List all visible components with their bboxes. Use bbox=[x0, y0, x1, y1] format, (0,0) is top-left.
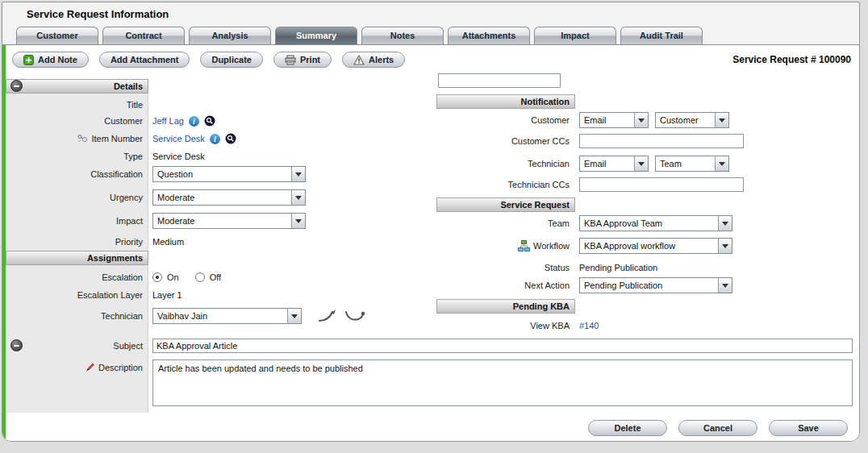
workflow-label-cell: Workflow bbox=[435, 240, 575, 251]
duplicate-button[interactable]: Duplicate bbox=[200, 52, 263, 68]
details-section-header: Details bbox=[6, 79, 148, 94]
view-kba-link[interactable]: #140 bbox=[579, 321, 599, 330]
alerts-button[interactable]: Alerts bbox=[342, 52, 405, 68]
save-button[interactable]: Save bbox=[769, 420, 848, 436]
escalate-icon[interactable] bbox=[318, 309, 339, 323]
print-button[interactable]: Print bbox=[273, 52, 332, 68]
assignments-section-header: Assignments bbox=[6, 251, 148, 265]
pending-kba-section-header: Pending KBA bbox=[436, 299, 575, 314]
cancel-button[interactable]: Cancel bbox=[678, 420, 757, 436]
action-button-bar: Delete Cancel Save bbox=[2, 414, 859, 440]
classification-row: Classification Question bbox=[6, 166, 306, 182]
escalation-off-radio[interactable] bbox=[195, 272, 205, 282]
item-number-link[interactable]: Service Desk bbox=[152, 134, 205, 143]
customer-recipient-dropdown-arrow-icon bbox=[715, 113, 728, 127]
customer-info-icon[interactable]: i bbox=[189, 116, 199, 127]
workflow-label: Workflow bbox=[533, 241, 570, 251]
item-number-label: Item Number bbox=[91, 134, 143, 143]
add-attachment-button[interactable]: Add Attachment bbox=[99, 52, 190, 68]
assignments-header-label: Assignments bbox=[87, 253, 143, 263]
urgency-dropdown-arrow-icon bbox=[291, 190, 305, 205]
workflow-row: Workflow KBA Approval workflow bbox=[435, 238, 732, 254]
impact-select[interactable]: Moderate bbox=[152, 213, 306, 229]
tab-customer[interactable]: Customer bbox=[16, 27, 98, 44]
item-search-icon[interactable] bbox=[225, 133, 236, 144]
customer-link[interactable]: Jeff Lag bbox=[152, 116, 184, 126]
customer-ccs-input[interactable] bbox=[579, 134, 744, 148]
technician-label: Technician bbox=[6, 311, 148, 321]
escalation-row: Escalation On Off bbox=[6, 269, 221, 285]
customer-search-icon[interactable] bbox=[204, 115, 215, 127]
status-row: Status Pending Publication bbox=[435, 260, 657, 276]
page-title: Service Request Information bbox=[2, 2, 859, 25]
classification-select[interactable]: Question bbox=[152, 166, 306, 182]
priority-row: Priority Medium bbox=[6, 234, 184, 250]
tab-impact[interactable]: Impact bbox=[534, 27, 616, 44]
technician-recipient-dropdown-arrow-icon bbox=[715, 156, 728, 171]
impact-dropdown-arrow-icon bbox=[291, 214, 305, 228]
workflow-dropdown-arrow-icon bbox=[718, 239, 732, 253]
tab-attachments[interactable]: Attachments bbox=[448, 27, 530, 44]
service-request-header-label: Service Request bbox=[500, 200, 570, 210]
delete-button[interactable]: Delete bbox=[588, 420, 667, 436]
technician-ccs-label: Technician CCs bbox=[435, 180, 575, 189]
technician-select[interactable]: Vaibhav Jain bbox=[152, 308, 302, 324]
next-action-dropdown-arrow-icon bbox=[718, 278, 732, 293]
tab-contract[interactable]: Contract bbox=[102, 27, 185, 44]
tab-audit-trail[interactable]: Audit Trail bbox=[620, 27, 703, 44]
customer-ccs-label: Customer CCs bbox=[435, 136, 575, 146]
title-label: Title bbox=[6, 100, 148, 110]
technician-ccs-input[interactable] bbox=[579, 177, 744, 192]
technician-notify-recipient-select[interactable]: Team bbox=[655, 156, 729, 172]
customer-notify-method-select[interactable]: Email bbox=[579, 112, 649, 128]
classification-value: Question bbox=[153, 167, 291, 181]
technician-notify-method-value: Email bbox=[580, 156, 634, 171]
add-note-button[interactable]: Add Note bbox=[12, 52, 89, 68]
add-note-label: Add Note bbox=[38, 55, 77, 64]
title-row: Title bbox=[6, 97, 148, 113]
tab-notes[interactable]: Notes bbox=[361, 27, 444, 44]
status-value: Pending Publication bbox=[579, 263, 657, 272]
type-label: Type bbox=[6, 152, 148, 161]
impact-row: Impact Moderate bbox=[6, 213, 306, 229]
customer-label: Customer bbox=[6, 116, 148, 126]
description-label: Description bbox=[98, 363, 143, 372]
workflow-value: KBA Approval workflow bbox=[580, 239, 718, 253]
urgency-label: Urgency bbox=[6, 193, 148, 202]
description-textarea[interactable]: Article has been updated and needs to be… bbox=[152, 359, 853, 406]
subject-input[interactable] bbox=[152, 339, 853, 353]
urgency-row: Urgency Moderate bbox=[6, 189, 306, 206]
tab-analysis[interactable]: Analysis bbox=[189, 27, 271, 44]
deescalate-icon[interactable] bbox=[344, 309, 365, 323]
customer-notify-recipient-select[interactable]: Customer bbox=[655, 112, 729, 128]
customer-row: Customer Jeff Lag i bbox=[6, 113, 215, 129]
tab-summary[interactable]: Summary bbox=[275, 27, 357, 44]
collapse-details-button[interactable] bbox=[10, 80, 23, 92]
item-info-icon[interactable]: i bbox=[210, 134, 220, 144]
workflow-select[interactable]: KBA Approval workflow bbox=[579, 238, 732, 254]
tab-bar: Customer Contract Analysis Summary Notes… bbox=[2, 25, 859, 44]
notify-technician-row: Technician Email Team bbox=[435, 156, 729, 172]
technician-notify-method-select[interactable]: Email bbox=[579, 156, 649, 172]
pending-kba-header-label: Pending KBA bbox=[513, 301, 570, 311]
next-action-select[interactable]: Pending Publication bbox=[579, 277, 732, 293]
classification-label: Classification bbox=[6, 169, 148, 179]
next-action-label: Next Action bbox=[435, 281, 575, 290]
description-row: Description Article has been updated and… bbox=[6, 359, 853, 406]
unlabeled-text-input[interactable] bbox=[438, 73, 561, 88]
service-request-section-header: Service Request bbox=[436, 197, 575, 212]
notification-header-label: Notification bbox=[521, 97, 570, 106]
escalation-layer-value: Layer 1 bbox=[152, 290, 182, 300]
urgency-select[interactable]: Moderate bbox=[152, 189, 306, 206]
escalation-on-label: On bbox=[167, 272, 179, 282]
workflow-map-icon[interactable] bbox=[518, 240, 530, 251]
notify-customer-row: Customer Email Customer bbox=[435, 112, 729, 128]
technician-notify-recipient-value: Team bbox=[656, 156, 715, 171]
toolbar: Add Note Add Attachment Duplicate Print … bbox=[2, 45, 859, 73]
team-select[interactable]: KBA Approval Team bbox=[579, 215, 732, 231]
impact-label: Impact bbox=[6, 216, 148, 226]
notification-section-header: Notification bbox=[436, 94, 575, 109]
alerts-label: Alerts bbox=[369, 55, 394, 64]
red-pen-icon bbox=[84, 362, 95, 372]
escalation-on-radio[interactable] bbox=[152, 272, 162, 282]
